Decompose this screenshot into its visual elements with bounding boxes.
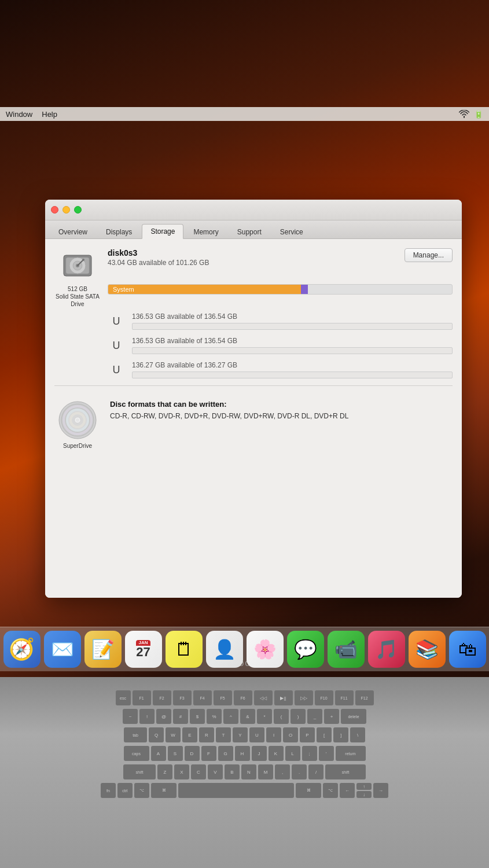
kb-key-f12[interactable]: F12 [355, 690, 374, 705]
kb-key-slash[interactable]: / [308, 764, 323, 779]
kb-key-period[interactable]: . [292, 764, 307, 779]
kb-key-comma[interactable]: , [275, 764, 290, 779]
kb-key-arrow-down[interactable]: ↓ [356, 791, 372, 798]
kb-key-a[interactable]: A [151, 746, 166, 761]
kb-key-f4[interactable]: F4 [193, 690, 212, 705]
kb-key-space[interactable] [178, 783, 294, 798]
kb-key-ctrl[interactable]: ctrl [117, 783, 133, 798]
kb-key-9[interactable]: ( [274, 709, 289, 724]
kb-key-plus[interactable]: + [324, 709, 339, 724]
kb-key-option-l[interactable]: ⌥ [134, 783, 149, 798]
kb-key-h[interactable]: H [235, 746, 250, 761]
tab-support[interactable]: Support [229, 225, 270, 239]
menu-help[interactable]: Help [42, 110, 57, 119]
dock-item-books[interactable]: 📚 [409, 631, 446, 668]
dock-item-contacts[interactable]: 👤 [206, 631, 243, 668]
dock-item-calendar[interactable]: JAN 27 [125, 631, 162, 668]
kb-key-w[interactable]: W [166, 727, 181, 742]
kb-key-arrow-right[interactable]: → [373, 783, 388, 798]
kb-key-l[interactable]: L [285, 746, 300, 761]
kb-key-f8[interactable]: ▶|| [274, 690, 293, 705]
kb-key-f11[interactable]: F11 [335, 690, 354, 705]
kb-key-p[interactable]: P [300, 727, 315, 742]
kb-key-shift-l[interactable]: shift [123, 764, 156, 779]
kb-key-quote[interactable]: ' [319, 746, 334, 761]
kb-key-1[interactable]: ! [139, 709, 155, 724]
kb-key-m[interactable]: M [258, 764, 273, 779]
kb-key-u[interactable]: U [249, 727, 264, 742]
kb-key-return[interactable]: return [336, 746, 366, 761]
kb-key-option-r[interactable]: ⌥ [323, 783, 338, 798]
kb-key-4[interactable]: $ [190, 709, 205, 724]
kb-key-b[interactable]: B [225, 764, 240, 779]
kb-key-n[interactable]: N [241, 764, 256, 779]
kb-key-semicolon[interactable]: ; [302, 746, 317, 761]
kb-key-tab[interactable]: tab [124, 727, 147, 742]
dock-item-stickies[interactable]: 🗒 [166, 631, 203, 668]
kb-key-5[interactable]: % [207, 709, 222, 724]
dock-item-appstore[interactable]: 🛍 [449, 631, 486, 668]
kb-key-f2[interactable]: F2 [153, 690, 171, 705]
kb-key-delete[interactable]: delete [341, 709, 366, 724]
kb-key-f5[interactable]: F5 [214, 690, 232, 705]
kb-key-j[interactable]: J [252, 746, 267, 761]
kb-key-6[interactable]: ^ [223, 709, 238, 724]
tab-service[interactable]: Service [271, 225, 312, 239]
menu-window[interactable]: Window [6, 110, 32, 119]
kb-key-fn[interactable]: fn [101, 783, 116, 798]
kb-key-arrow-left[interactable]: ← [340, 783, 355, 798]
kb-key-backtick[interactable]: ~ [123, 709, 138, 724]
tab-storage[interactable]: Storage [142, 224, 183, 239]
kb-key-q[interactable]: Q [149, 727, 164, 742]
maximize-button[interactable] [74, 206, 82, 214]
kb-key-v[interactable]: V [208, 764, 223, 779]
kb-key-esc[interactable]: esc [116, 690, 131, 705]
kb-key-cmd-r[interactable]: ⌘ [296, 783, 321, 798]
kb-key-c[interactable]: C [191, 764, 206, 779]
kb-key-backslash[interactable]: \ [350, 727, 365, 742]
kb-key-k[interactable]: K [269, 746, 284, 761]
kb-key-8[interactable]: * [257, 709, 272, 724]
dock-item-photos[interactable]: 🌸 [247, 631, 284, 668]
kb-key-f10[interactable]: F10 [315, 690, 333, 705]
kb-key-3[interactable]: # [173, 709, 188, 724]
kb-key-caps[interactable]: caps [124, 746, 149, 761]
kb-key-e[interactable]: E [182, 727, 197, 742]
kb-key-7[interactable]: & [240, 709, 255, 724]
dock-item-messages[interactable]: 💬 [287, 631, 324, 668]
minimize-button[interactable] [62, 206, 70, 214]
kb-key-x[interactable]: X [174, 764, 189, 779]
kb-key-g[interactable]: G [218, 746, 233, 761]
tab-overview[interactable]: Overview [50, 225, 96, 239]
kb-key-shift-r[interactable]: shift [325, 764, 366, 779]
kb-key-z[interactable]: Z [157, 764, 172, 779]
kb-key-f9[interactable]: ▷▷ [295, 690, 313, 705]
kb-key-0[interactable]: ) [291, 709, 306, 724]
kb-key-t[interactable]: T [216, 727, 231, 742]
dock-item-mail[interactable]: ✉️ [44, 631, 81, 668]
kb-key-cmd-l[interactable]: ⌘ [151, 783, 177, 798]
kb-key-lbracket[interactable]: [ [317, 727, 332, 742]
manage-button[interactable]: Manage... [405, 248, 453, 262]
kb-key-o[interactable]: O [283, 727, 298, 742]
kb-key-2[interactable]: @ [156, 709, 171, 724]
kb-key-arrow-up[interactable]: ↑ [356, 783, 372, 790]
kb-key-f3[interactable]: F3 [173, 690, 192, 705]
kb-key-s[interactable]: S [168, 746, 183, 761]
dock-item-notes[interactable]: 📝 [84, 631, 122, 668]
kb-key-f7[interactable]: ◁◁ [254, 690, 273, 705]
tab-memory[interactable]: Memory [185, 225, 227, 239]
dock-item-music[interactable]: 🎵 [368, 631, 405, 668]
kb-key-f1[interactable]: F1 [133, 690, 151, 705]
kb-key-rbracket[interactable]: ] [333, 727, 348, 742]
tab-displays[interactable]: Displays [97, 225, 141, 239]
kb-key-r[interactable]: R [199, 727, 214, 742]
kb-key-d[interactable]: D [185, 746, 200, 761]
kb-key-y[interactable]: Y [233, 727, 248, 742]
kb-key-f[interactable]: F [201, 746, 216, 761]
kb-key-i[interactable]: I [266, 727, 281, 742]
close-button[interactable] [51, 206, 58, 214]
kb-key-minus[interactable]: _ [307, 709, 322, 724]
dock-item-facetime[interactable]: 📹 [328, 631, 365, 668]
kb-key-f6[interactable]: F6 [234, 690, 252, 705]
